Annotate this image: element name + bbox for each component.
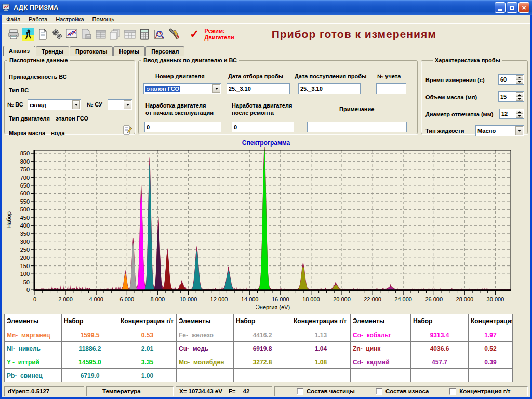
tab-trends[interactable]: Тренды	[36, 46, 69, 56]
liquid-type-combobox[interactable]: Масло	[475, 125, 524, 136]
tab-personnel[interactable]: Персонал	[145, 46, 184, 56]
measure-time-value: 60	[500, 76, 507, 83]
spin-down-icon[interactable]	[516, 97, 523, 101]
spin-down-icon[interactable]	[516, 79, 523, 84]
checkbox-icon[interactable]	[376, 388, 382, 395]
svg-text:8 000: 8 000	[151, 296, 165, 302]
account-number-input[interactable]	[376, 83, 406, 94]
copies-icon[interactable]	[108, 27, 122, 41]
window-title: АДК ПРИЗМА	[14, 4, 58, 11]
date-receive-label: Дата поступления пробы	[295, 73, 366, 79]
spin-down-icon[interactable]	[516, 114, 523, 118]
chevron-down-icon[interactable]	[72, 100, 80, 109]
mode-value: Двигатели	[204, 34, 234, 41]
svg-text:16 000: 16 000	[272, 296, 289, 302]
menu-help[interactable]: Помощь	[88, 16, 119, 23]
chevron-down-icon[interactable]	[124, 100, 131, 109]
chevron-down-icon[interactable]	[212, 84, 220, 93]
nabor-cell: 6919.8	[234, 342, 291, 355]
status-param-readout: dYpen=-0.5127	[8, 388, 49, 394]
tools-icon[interactable]	[166, 27, 180, 41]
oil-volume-value: 15	[500, 94, 507, 100]
concentration-checkbox[interactable]: Концентрация г/т	[449, 388, 510, 395]
num-vs-combobox[interactable]: склад	[28, 99, 81, 110]
concentration-cell	[291, 369, 350, 382]
spin-up-icon[interactable]	[516, 110, 523, 114]
minimize-button[interactable]	[495, 2, 506, 13]
menu-file[interactable]: Файл	[2, 16, 24, 23]
element-cell: Cu- медь	[177, 342, 233, 355]
print-icon[interactable]	[6, 27, 20, 41]
spin-up-icon[interactable]	[516, 75, 523, 79]
gears-icon[interactable]	[50, 27, 64, 41]
svg-text:350: 350	[20, 231, 30, 237]
svg-text:2 000: 2 000	[58, 296, 73, 302]
tab-analysis[interactable]: Анализ	[3, 46, 35, 56]
date-sample-input[interactable]: 25._3.10	[227, 83, 290, 94]
num-su-combobox[interactable]	[108, 99, 132, 110]
oil-volume-stepper[interactable]: 15	[498, 91, 524, 102]
concentration-cell: 0.39	[469, 355, 512, 368]
element-cell: Zn- цинк	[351, 342, 410, 355]
svg-text:200: 200	[20, 255, 30, 261]
engine-data-groupbox: Ввод данных по двигателю и ВС Номер двиг…	[138, 57, 418, 134]
close-button[interactable]: ×	[518, 2, 529, 13]
tabbar: Анализ Тренды Протоколы Нормы Персонал	[2, 44, 530, 56]
nabor-cell: 457.7	[411, 355, 468, 368]
element-cell: Fe- железо	[177, 328, 233, 341]
particle-composition-checkbox[interactable]: Состав частицы	[297, 388, 355, 395]
concentration-cell: 1.13	[291, 328, 350, 341]
report-window-icon[interactable]	[94, 27, 108, 41]
results-column-header: Концентрация г/т	[118, 314, 176, 328]
svg-text:150: 150	[20, 263, 30, 269]
spectrogram-plot[interactable]: 0501001502002503003504004505005506006507…	[4, 147, 528, 312]
status-temperature-panel: Температура	[86, 386, 174, 396]
svg-text:4 000: 4 000	[89, 296, 103, 302]
svg-text:400: 400	[20, 222, 30, 229]
run-measurement-icon[interactable]	[21, 27, 35, 41]
trend-chart-icon[interactable]	[64, 27, 78, 41]
calculator-icon[interactable]	[137, 27, 151, 41]
concentration-cell: 3.35	[118, 355, 176, 368]
checkbox-icon[interactable]	[297, 388, 303, 395]
engine-number-combobox[interactable]: эталон ГСО	[143, 83, 221, 94]
concentration-cell	[469, 369, 512, 382]
hours-total-input[interactable]: 0	[144, 122, 221, 132]
liquid-type-label: Тип жидкости	[425, 128, 464, 134]
table-icon[interactable]	[123, 27, 137, 41]
svg-text:22 000: 22 000	[364, 296, 381, 302]
engine-number-value: эталон ГСО	[145, 86, 180, 92]
status-f-label: F=	[229, 388, 236, 394]
nabor-cell: 9313.4	[411, 328, 468, 341]
edit-note-icon[interactable]	[122, 125, 132, 137]
svg-text:18 000: 18 000	[302, 296, 320, 302]
chevron-down-icon[interactable]	[515, 126, 523, 135]
wear-composition-checkbox[interactable]: Состав износа	[376, 388, 429, 395]
status-cursor-panel: X= 10734.43 eV F= 42	[176, 386, 272, 396]
svg-text:14 000: 14 000	[241, 296, 259, 302]
hours-repair-input[interactable]: 0	[232, 122, 294, 132]
liquid-type-value: Масло	[477, 128, 496, 134]
tab-protocols[interactable]: Протоколы	[70, 46, 113, 56]
new-document-icon[interactable]	[35, 27, 49, 41]
save-report-icon[interactable]	[79, 27, 93, 41]
status-param-panel: dYpen=-0.5127	[4, 386, 84, 396]
checkbox-icon[interactable]	[449, 388, 456, 395]
measure-time-stepper[interactable]: 60	[498, 74, 524, 85]
tab-norms[interactable]: Нормы	[113, 46, 145, 56]
hours-total-value: 0	[147, 124, 150, 130]
element-cell: Pb- свинец	[5, 369, 61, 382]
spectrum-zoom-icon[interactable]	[152, 27, 166, 41]
oil-brand-value: вода	[51, 130, 64, 136]
app-window: АДК ПРИЗМА × Файл Работа Настройка Помощ…	[0, 0, 532, 399]
spin-up-icon[interactable]	[516, 92, 523, 97]
svg-text:20 000: 20 000	[333, 296, 351, 302]
sample-props-groupbox: Характеристика пробы Время измерения (с)…	[421, 57, 528, 134]
maximize-button[interactable]	[507, 2, 517, 13]
date-receive-input[interactable]: 25._3.10	[298, 83, 361, 94]
ownership-label: Принадлежность ВС	[9, 74, 67, 80]
spot-diameter-stepper[interactable]: 12	[499, 109, 524, 119]
menu-work[interactable]: Работа	[24, 16, 51, 23]
note-input[interactable]	[307, 122, 407, 132]
menu-settings[interactable]: Настройка	[51, 16, 88, 23]
